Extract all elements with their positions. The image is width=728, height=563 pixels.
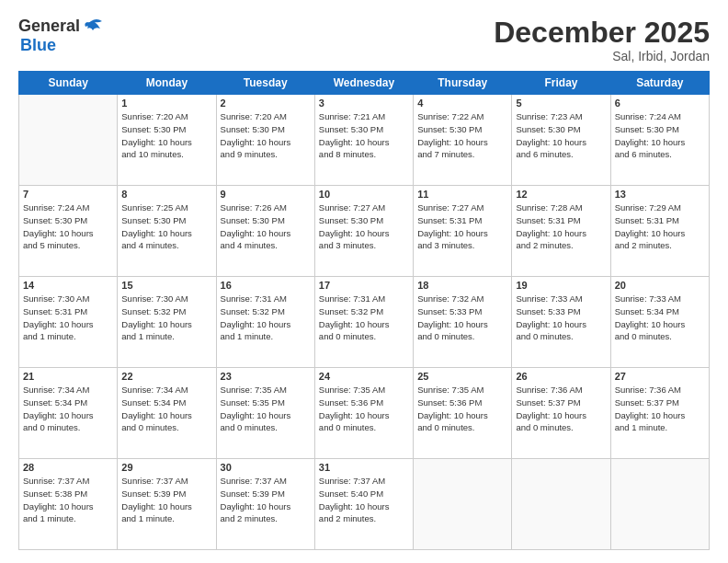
day-info: Sunrise: 7:32 AM Sunset: 5:33 PM Dayligh… <box>417 293 507 343</box>
day-info: Sunrise: 7:21 AM Sunset: 5:30 PM Dayligh… <box>319 110 409 161</box>
day-number: 9 <box>221 189 311 200</box>
table-row <box>414 459 512 550</box>
day-number: 7 <box>23 189 113 200</box>
day-number: 4 <box>417 98 507 109</box>
header: General Blue December 2025 Sal, Irbid, J… <box>18 17 710 63</box>
day-number: 27 <box>615 371 705 382</box>
day-info: Sunrise: 7:28 AM Sunset: 5:31 PM Dayligh… <box>516 201 606 252</box>
day-info: Sunrise: 7:35 AM Sunset: 5:35 PM Dayligh… <box>221 384 311 434</box>
table-row: 5Sunrise: 7:23 AM Sunset: 5:30 PM Daylig… <box>512 95 610 186</box>
day-number: 15 <box>121 280 211 291</box>
day-info: Sunrise: 7:34 AM Sunset: 5:34 PM Dayligh… <box>23 384 113 434</box>
day-number: 8 <box>121 189 211 200</box>
day-number: 11 <box>417 189 507 200</box>
day-number: 12 <box>516 189 606 200</box>
calendar-table: Sunday Monday Tuesday Wednesday Thursday… <box>18 71 710 550</box>
calendar-title: December 2025 <box>494 17 710 49</box>
table-row: 1Sunrise: 7:20 AM Sunset: 5:30 PM Daylig… <box>118 95 216 186</box>
col-friday: Friday <box>512 72 610 95</box>
day-number: 1 <box>121 98 211 109</box>
table-row: 25Sunrise: 7:35 AM Sunset: 5:36 PM Dayli… <box>414 368 512 459</box>
table-row: 8Sunrise: 7:25 AM Sunset: 5:30 PM Daylig… <box>118 186 216 277</box>
table-row: 16Sunrise: 7:31 AM Sunset: 5:32 PM Dayli… <box>216 277 314 368</box>
table-row: 19Sunrise: 7:33 AM Sunset: 5:33 PM Dayli… <box>512 277 610 368</box>
table-row: 3Sunrise: 7:21 AM Sunset: 5:30 PM Daylig… <box>314 95 413 186</box>
day-info: Sunrise: 7:37 AM Sunset: 5:38 PM Dayligh… <box>23 475 113 525</box>
calendar-week-row: 14Sunrise: 7:30 AM Sunset: 5:31 PM Dayli… <box>19 277 710 368</box>
col-sunday: Sunday <box>19 72 118 95</box>
page: General Blue December 2025 Sal, Irbid, J… <box>0 0 728 563</box>
table-row: 9Sunrise: 7:26 AM Sunset: 5:30 PM Daylig… <box>216 186 314 277</box>
day-info: Sunrise: 7:27 AM Sunset: 5:31 PM Dayligh… <box>417 201 507 252</box>
day-number: 23 <box>221 371 311 382</box>
col-wednesday: Wednesday <box>314 72 413 95</box>
day-number: 17 <box>319 280 409 291</box>
day-number: 10 <box>319 189 409 200</box>
day-info: Sunrise: 7:37 AM Sunset: 5:40 PM Dayligh… <box>319 475 409 525</box>
table-row: 14Sunrise: 7:30 AM Sunset: 5:31 PM Dayli… <box>19 277 118 368</box>
day-info: Sunrise: 7:30 AM Sunset: 5:31 PM Dayligh… <box>23 293 113 343</box>
day-number: 21 <box>23 371 113 382</box>
day-info: Sunrise: 7:23 AM Sunset: 5:30 PM Dayligh… <box>516 110 606 161</box>
day-number: 25 <box>417 371 507 382</box>
day-number: 14 <box>23 280 113 291</box>
day-number: 3 <box>319 98 409 109</box>
day-info: Sunrise: 7:20 AM Sunset: 5:30 PM Dayligh… <box>221 110 311 161</box>
title-block: December 2025 Sal, Irbid, Jordan <box>494 17 710 63</box>
day-info: Sunrise: 7:25 AM Sunset: 5:30 PM Dayligh… <box>121 201 211 252</box>
day-info: Sunrise: 7:30 AM Sunset: 5:32 PM Dayligh… <box>121 293 211 343</box>
table-row: 6Sunrise: 7:24 AM Sunset: 5:30 PM Daylig… <box>610 95 709 186</box>
table-row: 4Sunrise: 7:22 AM Sunset: 5:30 PM Daylig… <box>414 95 512 186</box>
day-number: 6 <box>615 98 705 109</box>
table-row: 21Sunrise: 7:34 AM Sunset: 5:34 PM Dayli… <box>19 368 118 459</box>
calendar-week-row: 1Sunrise: 7:20 AM Sunset: 5:30 PM Daylig… <box>19 95 710 186</box>
day-info: Sunrise: 7:33 AM Sunset: 5:33 PM Dayligh… <box>516 293 606 343</box>
col-saturday: Saturday <box>610 72 709 95</box>
day-info: Sunrise: 7:37 AM Sunset: 5:39 PM Dayligh… <box>221 475 311 525</box>
day-info: Sunrise: 7:29 AM Sunset: 5:31 PM Dayligh… <box>615 201 705 252</box>
table-row: 28Sunrise: 7:37 AM Sunset: 5:38 PM Dayli… <box>19 459 118 550</box>
day-info: Sunrise: 7:22 AM Sunset: 5:30 PM Dayligh… <box>417 110 507 161</box>
table-row: 13Sunrise: 7:29 AM Sunset: 5:31 PM Dayli… <box>610 186 709 277</box>
day-info: Sunrise: 7:37 AM Sunset: 5:39 PM Dayligh… <box>121 475 211 525</box>
table-row: 10Sunrise: 7:27 AM Sunset: 5:30 PM Dayli… <box>314 186 413 277</box>
logo: General Blue <box>18 17 102 55</box>
day-number: 22 <box>121 371 211 382</box>
day-number: 20 <box>615 280 705 291</box>
day-number: 28 <box>23 462 113 473</box>
day-number: 24 <box>319 371 409 382</box>
col-thursday: Thursday <box>414 72 512 95</box>
logo-general: General <box>18 17 80 36</box>
day-info: Sunrise: 7:36 AM Sunset: 5:37 PM Dayligh… <box>615 384 705 434</box>
day-info: Sunrise: 7:33 AM Sunset: 5:34 PM Dayligh… <box>615 293 705 343</box>
day-info: Sunrise: 7:24 AM Sunset: 5:30 PM Dayligh… <box>23 201 113 252</box>
day-info: Sunrise: 7:36 AM Sunset: 5:37 PM Dayligh… <box>516 384 606 434</box>
day-number: 18 <box>417 280 507 291</box>
day-info: Sunrise: 7:34 AM Sunset: 5:34 PM Dayligh… <box>121 384 211 434</box>
day-number: 31 <box>319 462 409 473</box>
col-tuesday: Tuesday <box>216 72 314 95</box>
table-row: 30Sunrise: 7:37 AM Sunset: 5:39 PM Dayli… <box>216 459 314 550</box>
table-row: 7Sunrise: 7:24 AM Sunset: 5:30 PM Daylig… <box>19 186 118 277</box>
day-number: 2 <box>221 98 311 109</box>
calendar-subtitle: Sal, Irbid, Jordan <box>494 49 710 63</box>
table-row <box>610 459 709 550</box>
calendar-week-row: 7Sunrise: 7:24 AM Sunset: 5:30 PM Daylig… <box>19 186 710 277</box>
table-row: 15Sunrise: 7:30 AM Sunset: 5:32 PM Dayli… <box>118 277 216 368</box>
table-row: 29Sunrise: 7:37 AM Sunset: 5:39 PM Dayli… <box>118 459 216 550</box>
day-info: Sunrise: 7:31 AM Sunset: 5:32 PM Dayligh… <box>319 293 409 343</box>
day-info: Sunrise: 7:35 AM Sunset: 5:36 PM Dayligh… <box>417 384 507 434</box>
table-row: 17Sunrise: 7:31 AM Sunset: 5:32 PM Dayli… <box>314 277 413 368</box>
col-monday: Monday <box>118 72 216 95</box>
day-number: 19 <box>516 280 606 291</box>
day-info: Sunrise: 7:24 AM Sunset: 5:30 PM Dayligh… <box>615 110 705 161</box>
table-row: 11Sunrise: 7:27 AM Sunset: 5:31 PM Dayli… <box>414 186 512 277</box>
day-number: 30 <box>221 462 311 473</box>
table-row: 31Sunrise: 7:37 AM Sunset: 5:40 PM Dayli… <box>314 459 413 550</box>
table-row <box>512 459 610 550</box>
table-row: 18Sunrise: 7:32 AM Sunset: 5:33 PM Dayli… <box>414 277 512 368</box>
table-row: 2Sunrise: 7:20 AM Sunset: 5:30 PM Daylig… <box>216 95 314 186</box>
day-number: 5 <box>516 98 606 109</box>
day-info: Sunrise: 7:26 AM Sunset: 5:30 PM Dayligh… <box>221 201 311 252</box>
table-row: 23Sunrise: 7:35 AM Sunset: 5:35 PM Dayli… <box>216 368 314 459</box>
